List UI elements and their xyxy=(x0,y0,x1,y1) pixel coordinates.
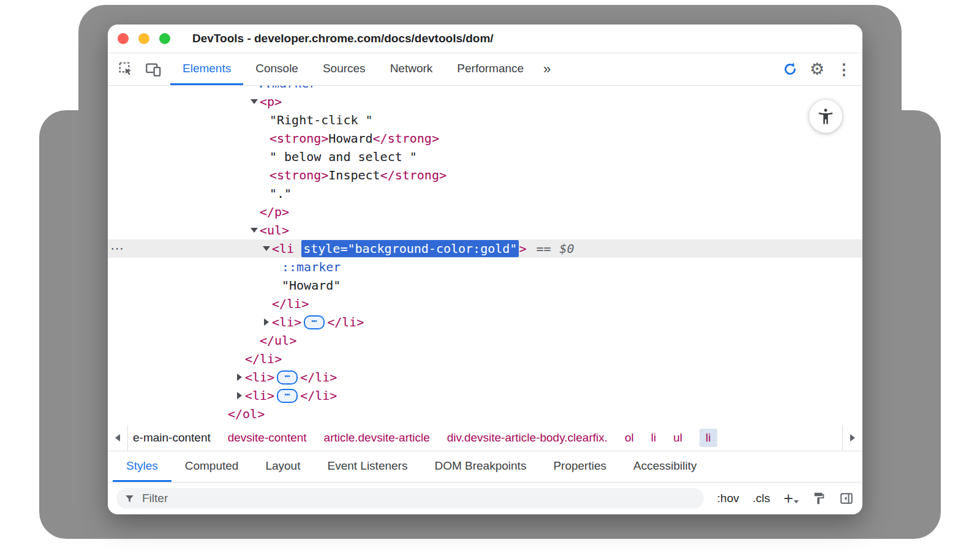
text-node: "." xyxy=(270,186,292,201)
tab-console[interactable]: Console xyxy=(243,53,311,85)
tree-line-li-close[interactable]: </li> xyxy=(108,350,862,368)
tree-line-text[interactable]: "Right-click " xyxy=(108,111,862,129)
inspect-icon xyxy=(118,61,134,77)
pseudo-marker-token: ::marker xyxy=(257,86,316,91)
device-toolbar-icon xyxy=(145,61,162,78)
breadcrumb-scroll-left-button[interactable] xyxy=(108,425,128,451)
tree-line-selected-li[interactable]: ⋯ <li style="background-color:gold"> == … xyxy=(108,239,862,258)
caret-down-icon xyxy=(794,500,799,503)
tab-properties[interactable]: Properties xyxy=(540,451,620,482)
tag-token: </ul> xyxy=(260,333,296,348)
tab-layout[interactable]: Layout xyxy=(252,451,314,482)
ellipsis-icon: ⋯ xyxy=(285,372,290,381)
tag-token: <strong> xyxy=(270,131,328,146)
collapse-arrow-icon[interactable] xyxy=(249,221,260,239)
tree-line-marker[interactable]: ::marker xyxy=(108,258,862,276)
ellipsis-icon: ⋯ xyxy=(285,390,290,399)
tag-token: </li> xyxy=(327,315,364,329)
breadcrumb-item[interactable]: e-main-content xyxy=(133,431,211,445)
tag-token: > xyxy=(519,241,526,256)
accessibility-person-icon xyxy=(816,107,835,126)
tree-line-strong-inspect[interactable]: <strong>Inspect</strong> xyxy=(108,166,862,184)
filter-input[interactable] xyxy=(141,491,696,506)
sidebar-tab-strip: Styles Computed Layout Event Listeners D… xyxy=(108,451,862,483)
tree-line-li-close[interactable]: </li> xyxy=(108,295,862,313)
collapsed-content-button[interactable]: ⋯ xyxy=(277,389,298,403)
breadcrumb-item[interactable]: div.devsite-article-body.clearfix. xyxy=(447,431,608,445)
filter-funnel-icon xyxy=(124,493,135,505)
tree-line-ul-open[interactable]: <ul> xyxy=(108,221,862,239)
tag-token: <ul> xyxy=(260,223,289,238)
expand-arrow-icon[interactable] xyxy=(234,386,245,405)
tree-line-text[interactable]: " below and select " xyxy=(108,148,862,166)
expand-arrow-icon[interactable] xyxy=(234,368,245,386)
zoom-window-button[interactable] xyxy=(159,33,170,44)
rendering-emulation-button[interactable] xyxy=(812,492,826,505)
tag-token: </li> xyxy=(245,351,282,366)
elements-panel: ::marker <p> "Right-click " <strong>Howa… xyxy=(108,86,862,425)
screencast-button[interactable] xyxy=(777,61,804,77)
collapse-arrow-icon[interactable] xyxy=(261,239,272,258)
window-titlebar: DevTools - developer.chrome.com/docs/dev… xyxy=(108,24,862,53)
tab-network[interactable]: Network xyxy=(378,53,445,85)
tree-line-clipped[interactable]: ::marker xyxy=(108,86,862,92)
collapsed-content-button[interactable]: ⋯ xyxy=(277,370,298,385)
window-title: DevTools - developer.chrome.com/docs/dev… xyxy=(192,32,494,45)
equals-token: == xyxy=(536,241,551,256)
new-style-rule-button[interactable]: + xyxy=(783,492,799,505)
toggle-element-state-button[interactable]: :hov xyxy=(717,492,739,505)
tree-line-strong-howard[interactable]: <strong>Howard</strong> xyxy=(108,129,862,148)
tag-token: <li> xyxy=(245,388,274,403)
more-actions-icon[interactable]: ⋯ xyxy=(110,239,123,258)
tree-line-ul-close[interactable]: </ul> xyxy=(108,331,862,350)
tree-line-text[interactable]: "Howard" xyxy=(108,276,862,295)
breadcrumb-item-selected[interactable]: li xyxy=(699,429,717,447)
tab-performance[interactable]: Performance xyxy=(445,53,536,85)
tag-token: </li> xyxy=(300,388,337,403)
tag-token: </li> xyxy=(272,296,309,311)
tag-token: <li> xyxy=(245,370,274,385)
dollar-zero-token: $0 xyxy=(560,241,575,256)
tab-sources[interactable]: Sources xyxy=(311,53,378,85)
breadcrumb-item[interactable]: article.devsite-article xyxy=(324,431,430,445)
tree-line-collapsed-li[interactable]: <li>⋯</li> xyxy=(108,386,862,405)
tag-token: </p> xyxy=(260,205,289,219)
tab-event-listeners[interactable]: Event Listeners xyxy=(314,451,421,482)
close-window-button[interactable] xyxy=(118,33,129,44)
customize-devtools-button[interactable]: ⋮ xyxy=(831,62,858,77)
element-classes-button[interactable]: .cls xyxy=(753,492,771,505)
tab-accessibility[interactable]: Accessibility xyxy=(620,451,710,482)
tab-elements[interactable]: Elements xyxy=(170,53,243,85)
tab-dom-breakpoints[interactable]: DOM Breakpoints xyxy=(421,451,540,482)
tag-token: </strong> xyxy=(380,168,447,182)
minimize-window-button[interactable] xyxy=(138,33,149,44)
more-tabs-button[interactable]: » xyxy=(536,53,558,85)
collapse-arrow-icon[interactable] xyxy=(249,92,260,111)
tag-token: </strong> xyxy=(373,131,439,146)
tree-line-text[interactable]: "." xyxy=(108,184,862,203)
breadcrumb-item[interactable]: ol xyxy=(625,431,634,445)
breadcrumb-item[interactable]: devsite-content xyxy=(228,431,307,445)
collapse-panel-button[interactable] xyxy=(839,491,854,506)
accessibility-fab[interactable] xyxy=(809,100,842,133)
tree-line-collapsed-li[interactable]: <li>⋯</li> xyxy=(108,368,862,386)
expand-arrow-icon[interactable] xyxy=(261,313,272,331)
settings-button[interactable]: ⚙ xyxy=(804,61,831,78)
inspect-element-button[interactable] xyxy=(113,53,140,85)
tag-token: </li> xyxy=(300,370,337,385)
selected-attribute-editor[interactable]: style="background-color:gold" xyxy=(301,240,519,257)
tree-line-p-close[interactable]: </p> xyxy=(108,203,862,221)
tree-line-collapsed-li[interactable]: <li>⋯</li> xyxy=(108,313,862,331)
devtools-toolbar: Elements Console Sources Network Perform… xyxy=(108,53,862,86)
tab-styles[interactable]: Styles xyxy=(113,451,172,482)
tab-computed[interactable]: Computed xyxy=(172,451,252,482)
collapsed-content-button[interactable]: ⋯ xyxy=(304,315,325,329)
breadcrumb-scroll-right-button[interactable] xyxy=(842,425,862,451)
filter-field[interactable] xyxy=(116,488,704,509)
breadcrumb-item[interactable]: ul xyxy=(673,431,682,445)
breadcrumb-item[interactable]: li xyxy=(651,431,656,445)
tag-token: <li> xyxy=(272,315,301,329)
tree-line-p-open[interactable]: <p> xyxy=(108,92,862,111)
tree-line-ol-close[interactable]: </ol> xyxy=(108,405,862,423)
toggle-device-toolbar-button[interactable] xyxy=(140,53,167,85)
